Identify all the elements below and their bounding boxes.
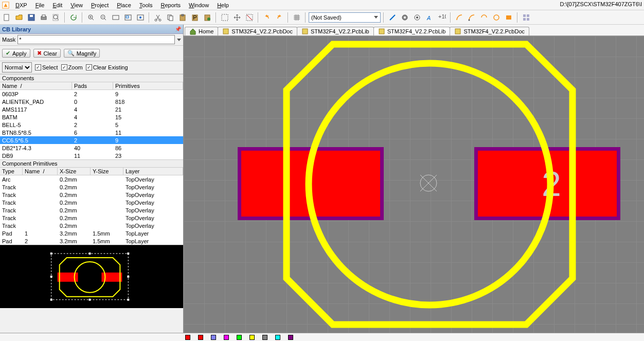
components-list[interactable]: 0603P29ALIENTEK_PAD0818AMS1117421BATM415… bbox=[0, 90, 183, 159]
place-string-icon[interactable]: A bbox=[424, 12, 435, 23]
arc-edge-icon[interactable] bbox=[466, 12, 477, 23]
document-tab[interactable]: STM32F4_V2.2.PcbDoc bbox=[218, 27, 297, 35]
zoom-window-icon[interactable] bbox=[122, 12, 134, 23]
component-row[interactable]: BATM415 bbox=[0, 113, 183, 121]
redo-icon[interactable] bbox=[274, 12, 285, 23]
primitive-row[interactable]: Track0.2mmTopOverlay bbox=[0, 199, 183, 206]
undo-icon[interactable] bbox=[261, 12, 273, 23]
zoom-out-icon[interactable] bbox=[98, 12, 109, 23]
preview-icon[interactable] bbox=[50, 12, 62, 23]
layer-chip[interactable] bbox=[275, 335, 282, 340]
arc-center-icon[interactable] bbox=[454, 12, 465, 23]
primitive-row[interactable]: Pad13.2mm1.5mmTopLayer bbox=[0, 229, 183, 237]
menu-file[interactable]: File bbox=[31, 1, 49, 9]
refresh-icon[interactable] bbox=[68, 12, 79, 23]
cut-icon[interactable] bbox=[152, 12, 164, 23]
place-line-icon[interactable] bbox=[387, 12, 398, 23]
move-icon[interactable] bbox=[231, 12, 243, 23]
col-name[interactable]: Name / bbox=[0, 82, 72, 89]
col-type[interactable]: Type bbox=[0, 168, 23, 175]
fill-icon[interactable] bbox=[503, 12, 514, 23]
primitives-list[interactable]: Arc0.2mmTopOverlayTrack0.2mmTopOverlayTr… bbox=[0, 175, 183, 245]
primitive-row[interactable]: Arc0.2mmTopOverlay bbox=[0, 175, 183, 183]
layer-chip[interactable] bbox=[198, 335, 205, 340]
document-tab[interactable]: STM32F4_V2.2.PcbLib bbox=[373, 27, 451, 35]
magnify-button[interactable]: 🔍Magnify bbox=[64, 49, 100, 58]
zoom-checkbox[interactable]: ✓Zoom bbox=[61, 64, 83, 70]
chevron-down-icon[interactable] bbox=[177, 39, 181, 41]
layer-chip[interactable] bbox=[237, 335, 243, 340]
menu-reports[interactable]: Reports bbox=[156, 1, 185, 9]
document-tab[interactable]: STM32F4_V2.2.PcbLib bbox=[297, 27, 374, 35]
array-paste-icon[interactable] bbox=[521, 12, 532, 23]
primitive-row[interactable]: Track0.2mmTopOverlay bbox=[0, 214, 183, 222]
snap-grid-combo[interactable]: (Not Saved) bbox=[309, 12, 381, 23]
open-icon[interactable] bbox=[13, 12, 25, 23]
col-xsize[interactable]: X-Size bbox=[58, 168, 91, 175]
svg-rect-24 bbox=[169, 16, 173, 21]
menu-view[interactable]: View bbox=[66, 1, 87, 9]
component-row[interactable]: BELL-525 bbox=[0, 121, 183, 129]
full-circle-icon[interactable] bbox=[491, 12, 502, 23]
print-icon[interactable] bbox=[38, 12, 49, 23]
menu-window[interactable]: Window bbox=[185, 1, 213, 9]
place-dimension-icon[interactable]: +10,10 bbox=[436, 12, 448, 23]
mode-select[interactable]: Normal bbox=[2, 62, 32, 73]
copy-icon[interactable] bbox=[165, 12, 176, 23]
zoom-fit-icon[interactable] bbox=[110, 12, 121, 23]
menu-help[interactable]: Help bbox=[213, 1, 233, 9]
apply-button[interactable]: ✔Apply bbox=[2, 49, 30, 58]
menu-place[interactable]: Place bbox=[113, 1, 135, 9]
component-row[interactable]: 0603P29 bbox=[0, 90, 183, 98]
rubber-stamp-icon[interactable] bbox=[202, 12, 213, 23]
clear-existing-checkbox[interactable]: ✓Clear Existing bbox=[86, 64, 128, 70]
place-pad-icon[interactable] bbox=[399, 12, 410, 23]
component-row[interactable]: AMS1117421 bbox=[0, 105, 183, 113]
menu-tools[interactable]: Tools bbox=[135, 1, 157, 9]
component-row[interactable]: BTN8.5*8.5611 bbox=[0, 129, 183, 136]
zoom-selected-icon[interactable] bbox=[135, 12, 146, 23]
new-icon[interactable] bbox=[1, 12, 12, 23]
primitive-row[interactable]: Track0.2mmTopOverlay bbox=[0, 206, 183, 214]
col-layer[interactable]: Layer bbox=[123, 168, 183, 175]
layer-chip[interactable] bbox=[211, 335, 218, 340]
layer-chip[interactable] bbox=[249, 335, 256, 340]
select-inside-icon[interactable] bbox=[219, 12, 230, 23]
mask-input[interactable] bbox=[17, 35, 175, 44]
col-ysize[interactable]: Y-Size bbox=[91, 168, 123, 175]
pcb-canvas[interactable]: 2 bbox=[184, 36, 644, 333]
menu-dxp[interactable]: DXP bbox=[11, 1, 31, 9]
place-via-icon[interactable] bbox=[412, 12, 423, 23]
clear-button[interactable]: ✖Clear bbox=[33, 49, 61, 58]
svg-rect-54 bbox=[89, 299, 91, 301]
save-icon[interactable] bbox=[26, 12, 37, 23]
layer-tabs[interactable] bbox=[0, 333, 644, 341]
arc-any-icon[interactable] bbox=[478, 12, 490, 23]
component-row[interactable]: DB2*17-4.34086 bbox=[0, 144, 183, 152]
layer-chip[interactable] bbox=[224, 335, 230, 340]
home-tab[interactable]: Home bbox=[185, 27, 218, 35]
component-row[interactable]: CC6.5*6.529 bbox=[0, 136, 183, 144]
col-pname[interactable]: Name / bbox=[23, 168, 58, 175]
component-row[interactable]: DB91123 bbox=[0, 152, 183, 159]
primitive-row[interactable]: Track0.2mmTopOverlay bbox=[0, 191, 183, 199]
col-pads[interactable]: Pads bbox=[72, 82, 113, 89]
primitive-row[interactable]: Track0.2mmTopOverlay bbox=[0, 183, 183, 191]
grid-icon[interactable] bbox=[291, 12, 302, 23]
col-prims[interactable]: Primitives bbox=[113, 82, 183, 89]
zoom-in-icon[interactable] bbox=[85, 12, 97, 23]
menu-project[interactable]: Project bbox=[87, 1, 113, 9]
layer-chip[interactable] bbox=[262, 335, 269, 340]
layer-chip[interactable] bbox=[185, 335, 192, 340]
document-tab[interactable]: STM32F4_V2.2.PcbDoc bbox=[450, 27, 529, 35]
panel-pin-icon[interactable]: 📌 bbox=[175, 26, 181, 32]
primitive-row[interactable]: Track0.2mmTopOverlay bbox=[0, 222, 183, 229]
primitive-row[interactable]: Pad23.2mm1.5mmTopLayer bbox=[0, 237, 183, 245]
select-checkbox[interactable]: ✓Select bbox=[35, 64, 58, 70]
menu-edit[interactable]: Edit bbox=[48, 1, 66, 9]
layer-chip[interactable] bbox=[288, 335, 295, 340]
component-row[interactable]: ALIENTEK_PAD0818 bbox=[0, 98, 183, 105]
paste-icon[interactable] bbox=[177, 12, 188, 23]
deselect-icon[interactable] bbox=[244, 12, 255, 23]
paste-special-icon[interactable]: P bbox=[189, 12, 201, 23]
